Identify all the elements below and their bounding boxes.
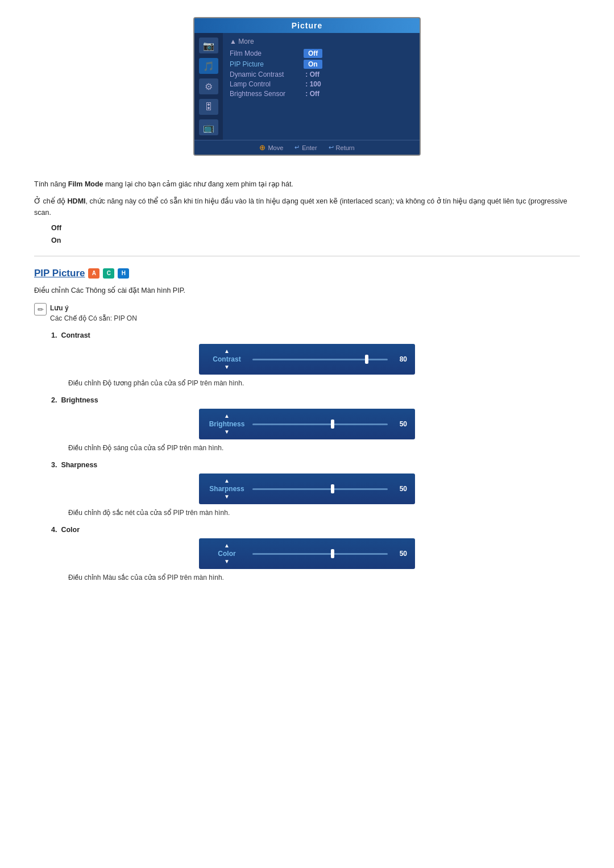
- sharpness-desc: Điều chỉnh độ sắc nét của cửa sổ PIP trê…: [68, 508, 580, 518]
- color-label-col: ▲ Color ▼: [207, 543, 247, 564]
- menu-item-dynamic-contrast: Dynamic Contrast : Off: [230, 70, 413, 78]
- main-content: Tính năng Film Mode mang lại cho bạn cảm…: [34, 173, 580, 594]
- sharpness-slider-widget: ▲ Sharpness ▼ 50: [199, 474, 415, 504]
- color-value: 50: [393, 550, 407, 558]
- film-mode-bold: Film Mode: [68, 180, 103, 188]
- badge-c: C: [103, 268, 114, 279]
- pip-desc: Điều chỉnh Các Thông số cài đặt Màn hình…: [34, 285, 580, 296]
- film-mode-value: Off: [304, 49, 322, 58]
- lamp-control-label: Lamp Control: [230, 80, 304, 88]
- contrast-slider-widget: ▲ Contrast ▼ 80: [199, 344, 415, 375]
- note-box: ✏ Lưu ý Các Chế độ Có sẵn: PIP ON: [34, 303, 580, 323]
- tv-bottom-bar: ⊕ Move ↵ Enter ↩ Return: [194, 140, 420, 155]
- brightness-sensor-value: : Off: [304, 90, 320, 98]
- color-label: Color: [218, 549, 235, 559]
- sidebar-icon-5: 📺: [199, 119, 218, 135]
- tv-title-bar: Picture: [194, 18, 420, 33]
- sharpness-arrow-down: ▼: [224, 494, 230, 500]
- pip-picture-value: On: [304, 60, 322, 69]
- contrast-label: Contrast: [213, 354, 240, 364]
- brightness-label: Brightness: [209, 419, 245, 429]
- brightness-thumb: [331, 420, 334, 429]
- sharpness-value: 50: [393, 485, 407, 493]
- pip-picture-title: PIP Picture: [34, 268, 85, 279]
- dynamic-contrast-value: : Off: [304, 70, 320, 78]
- color-arrow-down: ▼: [224, 559, 230, 564]
- contrast-arrow-up: ▲: [224, 348, 230, 354]
- tv-menu-content: ▲ More Film Mode Off PIP Picture On Dyna…: [223, 33, 420, 140]
- contrast-thumb: [365, 355, 368, 364]
- pip-picture-label: PIP Picture: [230, 60, 304, 68]
- sharpness-track: [252, 488, 388, 490]
- brightness-track-col: [252, 423, 388, 425]
- color-desc: Điều chỉnh Màu sắc của cửa sổ PIP trên m…: [68, 572, 580, 583]
- brightness-slider-widget: ▲ Brightness ▼ 50: [199, 409, 415, 439]
- color-track-col: [252, 553, 388, 555]
- sharpness-arrow-up: ▲: [224, 478, 230, 484]
- menu-item-lamp-control: Lamp Control : 100: [230, 80, 413, 88]
- brightness-sensor-label: Brightness Sensor: [230, 90, 304, 98]
- color-heading: 4. Color: [51, 526, 580, 534]
- sidebar-icon-2: 🎵: [199, 58, 218, 74]
- pip-picture-heading: PIP Picture A C H: [34, 268, 580, 279]
- film-mode-label: Film Mode: [230, 49, 304, 57]
- note-icon: ✏: [34, 303, 47, 315]
- note-text: Các Chế độ Có sẵn: PIP ON: [50, 314, 137, 322]
- brightness-heading: 2. Brightness: [51, 396, 580, 404]
- note-label: Lưu ý: [50, 304, 69, 312]
- color-arrow-up: ▲: [224, 543, 230, 549]
- move-label: Move: [268, 144, 283, 151]
- more-row: ▲ More: [230, 38, 413, 45]
- badge-a: A: [88, 268, 99, 279]
- section-divider: [34, 256, 580, 256]
- brightness-arrow-up: ▲: [224, 413, 230, 419]
- sidebar-icon-4: 🎛: [199, 99, 218, 115]
- contrast-desc: Điều chỉnh Độ tương phản của cửa sổ PIP …: [68, 378, 580, 388]
- menu-item-brightness-sensor: Brightness Sensor : Off: [230, 90, 413, 98]
- dynamic-contrast-label: Dynamic Contrast: [230, 70, 304, 78]
- contrast-value: 80: [393, 355, 407, 363]
- film-mode-para1: Tính năng Film Mode mang lại cho bạn cảm…: [34, 178, 580, 190]
- sidebar-icon-3: ⚙: [199, 78, 218, 94]
- sharpness-thumb: [331, 484, 334, 493]
- color-thumb: [331, 549, 334, 558]
- brightness-desc: Điều chỉnh Độ sáng của cửa sổ PIP trên m…: [68, 443, 580, 453]
- badge-h: H: [118, 268, 129, 279]
- sidebar-icon-1: 📷: [199, 38, 218, 53]
- sharpness-label-col: ▲ Sharpness ▼: [207, 478, 247, 500]
- option-off: Off: [51, 224, 580, 232]
- contrast-track-col: [252, 359, 388, 360]
- move-icon: ⊕: [259, 143, 265, 152]
- lamp-control-value: : 100: [304, 80, 321, 88]
- color-slider-widget: ▲ Color ▼ 50: [199, 538, 415, 569]
- enter-btn: ↵ Enter: [294, 143, 317, 152]
- enter-icon: ↵: [294, 144, 300, 151]
- enter-label: Enter: [302, 144, 317, 151]
- return-label: Return: [336, 144, 355, 151]
- color-track: [252, 553, 388, 555]
- contrast-arrow-down: ▼: [224, 364, 230, 370]
- tv-sidebar: 📷 🎵 ⚙ 🎛 📺: [194, 33, 223, 140]
- tv-menu-screenshot: Picture 📷 🎵 ⚙ 🎛 📺 ▲ More Film Mode Off P…: [193, 17, 421, 156]
- brightness-value: 50: [393, 420, 407, 428]
- return-btn: ↩ Return: [329, 143, 355, 152]
- brightness-arrow-down: ▼: [224, 429, 230, 435]
- menu-item-pip-picture: PIP Picture On: [230, 60, 413, 69]
- menu-item-film-mode: Film Mode Off: [230, 49, 413, 58]
- move-btn: ⊕ Move: [259, 143, 283, 152]
- contrast-heading: 1. Contrast: [51, 331, 580, 339]
- contrast-label-col: ▲ Contrast ▼: [207, 348, 247, 370]
- note-content: Lưu ý Các Chế độ Có sẵn: PIP ON: [50, 303, 137, 323]
- sharpness-label: Sharpness: [209, 484, 244, 494]
- film-mode-options: Off On: [51, 224, 580, 244]
- film-mode-para2: Ở chế độ HDMI, chức năng này có thể có s…: [34, 196, 580, 218]
- brightness-track: [252, 423, 388, 425]
- tv-body: 📷 🎵 ⚙ 🎛 📺 ▲ More Film Mode Off PIP Pictu…: [194, 33, 420, 140]
- sharpness-heading: 3. Sharpness: [51, 461, 580, 469]
- brightness-label-col: ▲ Brightness ▼: [207, 413, 247, 435]
- menu-title: Picture: [292, 21, 322, 30]
- contrast-track: [252, 359, 388, 360]
- hdmi-bold: HDMI: [68, 197, 86, 205]
- return-icon: ↩: [329, 144, 334, 151]
- option-on: On: [51, 236, 580, 244]
